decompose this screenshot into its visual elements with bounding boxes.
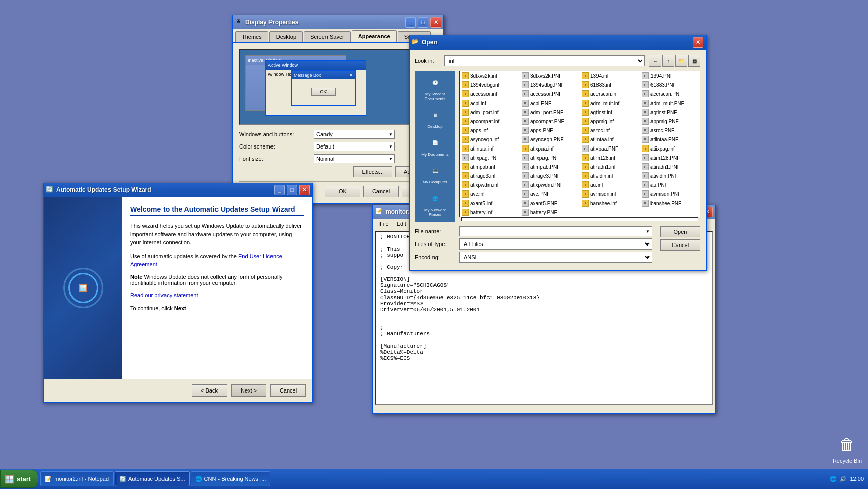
wizard-close-button[interactable]: ✕ xyxy=(299,185,310,195)
tab-themes[interactable]: Themes xyxy=(235,31,268,42)
wizard-max-button[interactable]: □ xyxy=(287,185,297,195)
file-item[interactable]: Pbanshee.PNF xyxy=(640,199,700,208)
file-item[interactable]: Iappmig.inf xyxy=(580,117,640,126)
tab-appearance[interactable]: Appearance xyxy=(352,30,397,42)
taskbar-item-notepad[interactable]: 📝 monitor2.inf - Notepad xyxy=(40,471,114,486)
file-item[interactable]: Iadm_port.inf xyxy=(460,108,520,117)
file-item[interactable]: Paxant5.PNF xyxy=(520,199,580,208)
file-item[interactable]: Iau.inf xyxy=(580,180,640,189)
privacy-link[interactable]: Read our privacy statement xyxy=(130,292,198,298)
display-cancel-button[interactable]: Cancel xyxy=(363,186,399,197)
file-item[interactable]: Iatiradn1.inf xyxy=(580,162,640,171)
place-my-computer[interactable]: 💻 My Computer xyxy=(415,161,455,186)
file-item[interactable]: Pbattery.PNF xyxy=(520,208,580,217)
file-item[interactable]: Patiixpag.PNF xyxy=(520,153,580,162)
color-scheme-select[interactable]: Default xyxy=(314,142,395,151)
file-item[interactable]: Iatividin.inf xyxy=(580,171,640,180)
filetype-select[interactable]: All Files xyxy=(459,238,652,250)
file-item[interactable]: Pau.PNF xyxy=(640,180,700,189)
file-item[interactable]: Iaccessor.inf xyxy=(460,89,520,99)
file-item[interactable]: Iasroc.inf xyxy=(580,126,640,135)
file-item[interactable]: Iapcompat.inf xyxy=(460,117,520,126)
file-item[interactable]: P1394vdbg.PNF xyxy=(520,80,580,89)
file-item[interactable]: Iapps.inf xyxy=(460,126,520,135)
file-item[interactable]: Pacerscan.PNF xyxy=(640,89,700,99)
wizard-cancel-button[interactable]: Cancel xyxy=(270,384,306,397)
file-item[interactable]: I3dfxvs2k.inf xyxy=(460,71,520,80)
place-recent-docs[interactable]: 🕐 My RecentDocuments xyxy=(415,73,455,103)
file-item[interactable]: Ibanshee.inf xyxy=(580,199,640,208)
file-item[interactable]: Iadm_mult.inf xyxy=(580,99,640,108)
file-item[interactable]: I1394vdbg.inf xyxy=(460,80,520,89)
lookin-select[interactable]: inf xyxy=(444,55,645,66)
file-item[interactable]: Pavc.PNF xyxy=(520,189,580,199)
notepad-edit-menu[interactable]: Edit xyxy=(393,220,410,228)
file-item[interactable]: Padm_mult.PNF xyxy=(640,99,700,108)
file-item[interactable]: Ibattery.inf xyxy=(460,208,520,217)
place-my-documents[interactable]: 📄 My Documents xyxy=(415,133,455,159)
file-item[interactable]: Iatimpab.inf xyxy=(460,162,520,171)
next-button[interactable]: Next > xyxy=(231,384,266,397)
file-item[interactable]: Pappmig.PNF xyxy=(640,117,700,126)
display-props-max-button[interactable]: □ xyxy=(418,17,428,28)
file-item[interactable]: Patirage3.PNF xyxy=(520,171,580,180)
effects-button[interactable]: Effects... xyxy=(353,166,392,177)
file-item[interactable]: Pacpi.PNF xyxy=(520,99,580,108)
file-item[interactable]: Patimpab.PNF xyxy=(520,162,580,171)
file-item[interactable]: Iatiintaa.inf xyxy=(580,135,640,144)
display-props-min-button[interactable]: _ xyxy=(405,17,416,28)
file-item[interactable]: Patixpwdm.PNF xyxy=(520,180,580,189)
file-item[interactable]: Iatiintaa.inf xyxy=(460,144,520,153)
file-item[interactable]: Patim128.PNF xyxy=(640,153,700,162)
file-item[interactable]: Iatirage3.inf xyxy=(460,171,520,180)
file-item[interactable]: Iavc.inf xyxy=(460,189,520,199)
file-item[interactable]: P61883.PNF xyxy=(640,80,700,89)
open-dialog-close-button[interactable]: ✕ xyxy=(693,37,703,48)
file-item[interactable]: Iatixpaa.inf xyxy=(520,144,580,153)
back-button[interactable]: ← xyxy=(649,55,661,67)
display-props-close-button[interactable]: ✕ xyxy=(430,17,441,28)
file-list[interactable]: I3dfxvs2k.infP3dfxvs2k.PNFI1394.infP1394… xyxy=(459,71,700,217)
file-item[interactable]: Iaxant5.inf xyxy=(460,199,520,208)
file-item[interactable]: Pasroc.PNF xyxy=(640,126,700,135)
file-item[interactable]: Iatixpwdm.inf xyxy=(460,180,520,189)
taskbar-item-wizard[interactable]: 🔄 Automatic Updates S... xyxy=(115,471,190,486)
display-ok-button[interactable]: OK xyxy=(325,186,360,197)
file-item[interactable]: Iatiixpag.inf xyxy=(640,144,700,153)
notepad-file-menu[interactable]: File xyxy=(375,220,393,228)
dialog-cancel-button[interactable]: Cancel xyxy=(660,239,700,251)
tab-screensaver[interactable]: Screen Saver xyxy=(304,31,351,42)
windows-buttons-select[interactable]: Candy xyxy=(314,130,395,139)
taskbar-item-cnn[interactable]: 🌐 CNN - Breaking News, ... xyxy=(191,471,271,486)
file-item[interactable]: Patividin.PNF xyxy=(640,171,700,180)
wizard-titlebar[interactable]: 🔄 Automatic Updates Setup Wizard _ □ ✕ xyxy=(44,183,312,197)
file-item[interactable]: Patiintaa.PNF xyxy=(640,135,700,144)
filename-input[interactable] xyxy=(459,226,652,236)
open-file-button[interactable]: Open xyxy=(660,226,700,237)
file-item[interactable]: Iacpi.inf xyxy=(460,99,520,108)
encoding-select[interactable]: ANSI xyxy=(459,252,652,263)
display-props-titlebar[interactable]: 🖥 Display Properties _ □ ✕ xyxy=(233,15,443,29)
preview-ok-button[interactable]: OK xyxy=(311,88,335,96)
view-button[interactable]: ▦ xyxy=(688,55,700,67)
new-folder-button[interactable]: 📁 xyxy=(675,55,687,67)
file-item[interactable]: Patiixpag.PNF xyxy=(460,153,520,162)
file-item[interactable]: Iasynceqn.inf xyxy=(460,135,520,144)
file-item[interactable]: Patiradn1.PNF xyxy=(640,162,700,171)
file-item[interactable]: Pavmisdn.PNF xyxy=(640,189,700,199)
file-item[interactable]: Iacerscan.inf xyxy=(580,89,640,99)
file-item[interactable]: Pagtinst.PNF xyxy=(640,108,700,117)
file-item[interactable]: I1394.inf xyxy=(580,71,640,80)
font-size-select[interactable]: Normal xyxy=(314,154,395,163)
tab-desktop[interactable]: Desktop xyxy=(269,31,303,42)
back-button[interactable]: < Back xyxy=(192,384,227,397)
file-item[interactable]: P3dfxvs2k.PNF xyxy=(520,71,580,80)
place-network[interactable]: 🌐 My NetworkPlaces xyxy=(415,188,455,219)
wizard-min-button[interactable]: _ xyxy=(274,185,285,195)
recycle-bin[interactable]: 🗑 Recycle Bin xyxy=(833,432,862,464)
file-item[interactable]: Padm_port.PNF xyxy=(520,108,580,117)
file-item[interactable]: I61883.inf xyxy=(580,80,640,89)
start-button[interactable]: 🪟 start xyxy=(0,470,38,488)
file-item[interactable]: Papps.PNF xyxy=(520,126,580,135)
file-item[interactable]: P1394.PNF xyxy=(640,71,700,80)
